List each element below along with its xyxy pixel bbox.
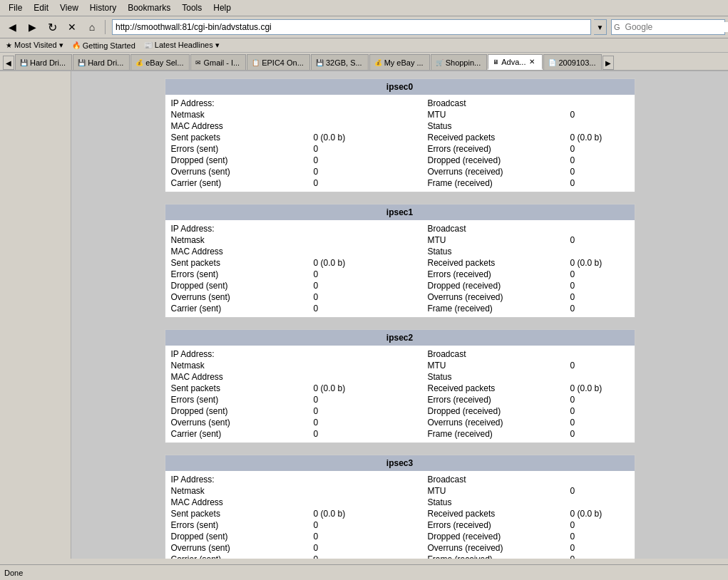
ipsec0-errrecv-value: 0 xyxy=(570,144,642,154)
ipsec2-netmask-value xyxy=(314,361,428,371)
bookmarks-getting-started[interactable]: 🔥 Getting Started xyxy=(69,41,138,51)
tab-nav-left[interactable]: ◀ xyxy=(3,56,14,70)
ipsec0-oversent-value: 0 xyxy=(314,167,428,177)
tab-4[interactable]: 📋 EPIC4 On... xyxy=(247,54,310,70)
ipsec3-ip-label: IP Address: xyxy=(171,475,314,485)
ipsec1-header: ipsec1 xyxy=(165,204,635,220)
tab-2[interactable]: 💰 eBay Sel... xyxy=(130,54,190,70)
ipsec1-section: ipsec1 IP Address: Broadcast Netmask MTU… xyxy=(165,204,635,318)
bookmarks-most-visited[interactable]: ★ Most Visited ▾ xyxy=(3,40,66,51)
ipsec0-netmask-label: Netmask xyxy=(171,110,314,120)
address-dropdown[interactable]: ▼ xyxy=(594,19,607,35)
bookmarks-latest-headlines[interactable]: 📰 Latest Headlines ▾ xyxy=(141,40,222,51)
latest-headlines-icon: 📰 xyxy=(144,41,153,49)
tab-7[interactable]: 🛒 Shoppin... xyxy=(431,54,488,70)
page-content[interactable]: ipsec0 IP Address: Broadcast Netmask MTU… xyxy=(71,71,728,559)
ipsec1-overrecv-label: Overruns (received) xyxy=(428,292,570,302)
ipsec0-frame-label: Frame (received) xyxy=(428,178,570,188)
tab-3[interactable]: ✉ Gmail - I... xyxy=(190,54,246,70)
ipsec2-ip-value xyxy=(314,349,428,359)
ipsec0-errrecv-label: Errors (received) xyxy=(428,144,570,154)
ipsec1-row-errors: Errors (sent) 0 Errors (received) 0 xyxy=(171,269,629,280)
ipsec2-overrecv-value: 0 xyxy=(570,418,642,428)
toolbar-separator xyxy=(105,20,106,34)
tab-6-favicon: 💰 xyxy=(374,59,382,66)
ipsec0-recv-label: Received packets xyxy=(428,133,570,143)
forward-button[interactable]: ▶ xyxy=(23,19,41,36)
ipsec1-frame-value: 0 xyxy=(570,304,642,314)
search-input[interactable] xyxy=(622,22,728,32)
ipsec0-mtu-value: 0 xyxy=(570,110,642,120)
menu-bookmarks[interactable]: Bookmarks xyxy=(122,1,176,14)
ipsec2-droprecv-label: Dropped (received) xyxy=(428,406,570,416)
tab-6[interactable]: 💰 My eBay ... xyxy=(369,54,430,70)
ipsec2-row-sent: Sent packets 0 (0.0 b) Received packets … xyxy=(171,383,629,394)
ipsec3-errsent-label: Errors (sent) xyxy=(171,520,314,530)
menu-edit[interactable]: Edit xyxy=(28,1,54,14)
ipsec1-broadcast-label: Broadcast xyxy=(428,224,570,234)
menu-view[interactable]: View xyxy=(54,1,84,14)
ipsec2-oversent-label: Overruns (sent) xyxy=(171,418,314,428)
menu-bar: File Edit View History Bookmarks Tools H… xyxy=(0,0,728,16)
ipsec0-recv-value: 0 (0.0 b) xyxy=(570,133,642,143)
ipsec0-ip-label: IP Address: xyxy=(171,98,314,108)
ipsec0-dropsent-label: Dropped (sent) xyxy=(171,155,314,165)
ipsec2-errrecv-value: 0 xyxy=(570,395,642,405)
tab-8-close[interactable]: ✕ xyxy=(528,58,536,66)
ipsec3-ip-value xyxy=(314,475,428,485)
ipsec0-row-ip: IP Address: Broadcast xyxy=(171,98,629,109)
ipsec1-carrier-label: Carrier (sent) xyxy=(171,304,314,314)
back-button[interactable]: ◀ xyxy=(3,19,21,36)
ipsec3-row-overruns: Overruns (sent) 0 Overruns (received) 0 xyxy=(171,542,629,554)
ipsec2-section: ipsec2 IP Address: Broadcast Netmask MTU… xyxy=(165,329,635,443)
ipsec0-broadcast-label: Broadcast xyxy=(428,98,570,108)
tab-1-favicon: 💾 xyxy=(78,59,86,66)
tab-0[interactable]: 💾 Hard Dri... xyxy=(15,54,72,70)
ipsec3-droprecv-value: 0 xyxy=(570,532,642,542)
ipsec3-row-netmask: Netmask MTU 0 xyxy=(171,485,629,497)
menu-file[interactable]: File xyxy=(3,1,28,14)
ipsec0-droprecv-value: 0 xyxy=(570,155,642,165)
tab-5[interactable]: 💾 32GB, S... xyxy=(311,54,369,70)
ipsec1-status-label: Status xyxy=(428,247,570,257)
ipsec1-ip-value xyxy=(314,224,428,234)
menu-history[interactable]: History xyxy=(84,1,122,14)
ipsec1-title: ipsec1 xyxy=(386,207,413,217)
tab-3-label: Gmail - I... xyxy=(203,58,240,67)
ipsec2-row-netmask: Netmask MTU 0 xyxy=(171,360,629,371)
ipsec0-title: ipsec0 xyxy=(386,82,413,92)
tab-nav-right[interactable]: ▶ xyxy=(603,56,614,70)
tab-8[interactable]: 🖥 Adva... ✕ xyxy=(488,54,543,70)
ipsec2-sent-value: 0 (0.0 b) xyxy=(314,383,428,393)
ipsec1-mtu-label: MTU xyxy=(428,235,570,245)
stop-button[interactable]: ✕ xyxy=(63,19,81,36)
ipsec0-broadcast-value xyxy=(570,98,642,108)
ipsec1-row-ip: IP Address: Broadcast xyxy=(171,223,629,234)
ipsec3-body: IP Address: Broadcast Netmask MTU 0 MAC … xyxy=(165,471,635,559)
menu-help[interactable]: Help xyxy=(207,1,237,14)
ipsec2-errsent-label: Errors (sent) xyxy=(171,395,314,405)
menu-tools[interactable]: Tools xyxy=(176,1,207,14)
home-button[interactable]: ⌂ xyxy=(83,19,101,36)
ipsec3-dropsent-value: 0 xyxy=(314,532,428,542)
ipsec2-row-mac: MAC Address Status xyxy=(171,371,629,383)
tab-9[interactable]: 📄 2009103... xyxy=(543,54,602,70)
ipsec3-row-mac: MAC Address Status xyxy=(171,497,629,508)
ipsec3-netmask-value xyxy=(314,486,428,496)
reload-button[interactable]: ↻ xyxy=(43,19,61,36)
ipsec3-frame-value: 0 xyxy=(570,554,642,559)
ipsec0-carrier-label: Carrier (sent) xyxy=(171,178,314,188)
ipsec0-errsent-value: 0 xyxy=(314,144,428,154)
ipsec0-carrier-value: 0 xyxy=(314,178,428,188)
tab-8-label: Adva... xyxy=(501,58,526,66)
ipsec3-errrecv-value: 0 xyxy=(570,520,642,530)
address-input[interactable] xyxy=(116,22,588,32)
tab-1[interactable]: 💾 Hard Dri... xyxy=(73,54,130,70)
ipsec3-row-dropped: Dropped (sent) 0 Dropped (received) 0 xyxy=(171,531,629,542)
ipsec1-row-dropped: Dropped (sent) 0 Dropped (received) 0 xyxy=(171,280,629,291)
ipsec0-oversent-label: Overruns (sent) xyxy=(171,167,314,177)
ipsec0-mac-value xyxy=(314,121,428,131)
ipsec0-row-sent: Sent packets 0 (0.0 b) Received packets … xyxy=(171,132,629,143)
search-engine-icon: G xyxy=(612,23,622,31)
ipsec0-row-overruns: Overruns (sent) 0 Overruns (received) 0 xyxy=(171,166,629,177)
